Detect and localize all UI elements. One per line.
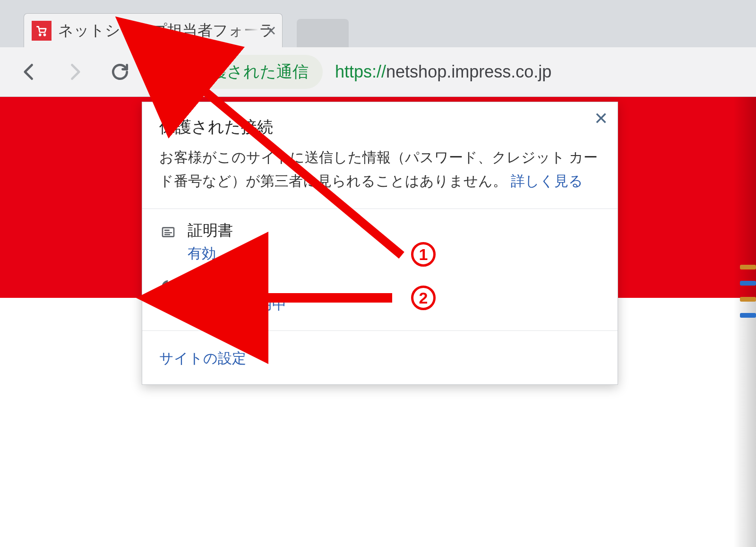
svg-rect-4 <box>164 230 170 231</box>
certificate-row[interactable]: 証明書 有効 <box>159 220 601 263</box>
secure-label: 保護された通信 <box>195 61 309 83</box>
svg-point-9 <box>169 286 171 288</box>
forward-button[interactable] <box>60 58 89 86</box>
browser-tab-active[interactable]: ネットショップ担当者フォーラ ✕ <box>24 13 283 47</box>
decorative-stripes <box>740 265 756 318</box>
cookie-icon <box>159 278 177 295</box>
certificate-icon <box>159 223 177 241</box>
svg-rect-5 <box>164 232 172 233</box>
svg-point-8 <box>166 287 168 289</box>
lock-icon <box>176 63 188 81</box>
url-text: https://netshop.impress.co.jp <box>335 62 551 82</box>
popover-title: 保護された接続 <box>159 116 601 138</box>
cookie-status-link[interactable]: 135 個が使用中 <box>188 296 286 312</box>
svg-rect-2 <box>179 70 185 75</box>
back-button[interactable] <box>15 58 43 86</box>
cookie-label: Cookie <box>188 275 286 292</box>
tab-strip: ネットショップ担当者フォーラ ✕ <box>0 0 756 47</box>
browser-tab-inactive[interactable] <box>297 19 349 47</box>
cookie-row[interactable]: Cookie 135 個が使用中 <box>159 275 601 314</box>
secure-chip[interactable]: 保護された通信 <box>165 55 323 89</box>
close-tab-icon[interactable]: ✕ <box>266 23 276 38</box>
svg-point-7 <box>165 284 167 286</box>
site-settings-row[interactable]: サイトの設定 <box>159 349 601 368</box>
popover-separator-2 <box>142 330 618 331</box>
svg-point-0 <box>39 34 41 35</box>
site-settings-link[interactable]: サイトの設定 <box>159 350 246 366</box>
browser-toolbar: 保護された通信 https://netshop.impress.co.jp <box>0 47 756 97</box>
svg-point-1 <box>44 34 45 35</box>
reload-button[interactable] <box>106 58 134 86</box>
address-bar[interactable]: 保護された通信 https://netshop.impress.co.jp <box>165 55 756 89</box>
popover-description: お客様がこのサイトに送信した情報（パスワード、クレジット カード番号など）が第三… <box>159 146 601 192</box>
url-sep: :// <box>372 62 386 81</box>
url-protocol: https <box>335 62 372 81</box>
popover-separator <box>142 208 618 209</box>
close-popover-icon[interactable]: ✕ <box>594 109 608 129</box>
svg-rect-6 <box>164 234 170 235</box>
site-info-popover: ✕ 保護された接続 お客様がこのサイトに送信した情報（パスワード、クレジット カ… <box>142 102 618 385</box>
url-host: netshop.impress.co.jp <box>386 62 551 81</box>
certificate-label: 証明書 <box>188 220 233 241</box>
learn-more-link[interactable]: 詳しく見る <box>511 173 583 189</box>
cart-favicon <box>32 21 52 41</box>
tab-title: ネットショップ担当者フォーラ <box>58 20 275 41</box>
certificate-status-link[interactable]: 有効 <box>188 245 216 261</box>
